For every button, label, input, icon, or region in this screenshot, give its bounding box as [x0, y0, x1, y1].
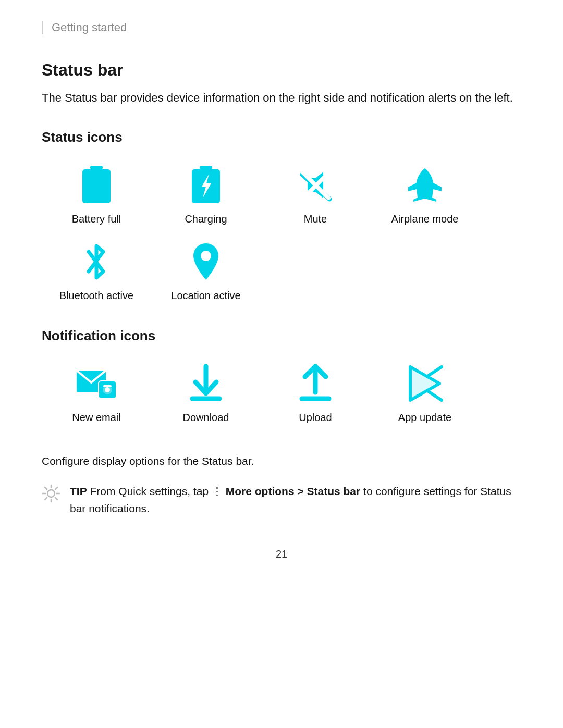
download-icon	[185, 363, 227, 404]
svg-rect-15	[103, 385, 112, 387]
airplane-icon	[404, 164, 446, 206]
page-number: 21	[42, 548, 521, 560]
status-icon-bluetooth: Bluetooth active	[42, 241, 151, 302]
svg-rect-0	[90, 166, 103, 169]
notif-icon-upload: Upload	[261, 363, 370, 424]
download-label: Download	[183, 412, 229, 424]
bluetooth-icon	[76, 241, 117, 282]
status-icons-grid: Battery full Charging	[42, 164, 521, 317]
breadcrumb: Getting started	[42, 21, 521, 34]
upload-label: Upload	[299, 412, 332, 424]
status-icon-charging: Charging	[151, 164, 261, 225]
mute-label: Mute	[304, 213, 327, 225]
status-icon-mute: Mute	[261, 164, 370, 225]
page-description: The Status bar provides device informati…	[42, 89, 521, 106]
notification-icons-section: Notification icons New email	[42, 328, 521, 436]
tip-content: TIP From Quick settings, tap ⋮ More opti…	[70, 483, 521, 517]
mute-icon	[295, 164, 336, 206]
battery-full-label: Battery full	[72, 213, 121, 225]
svg-line-21	[429, 392, 442, 400]
svg-point-10	[201, 251, 211, 261]
app-update-label: App update	[398, 412, 451, 424]
location-icon	[185, 241, 227, 282]
svg-line-20	[429, 367, 442, 375]
notif-icon-new-email: New email	[42, 363, 151, 424]
svg-point-22	[47, 490, 55, 497]
status-icons-heading: Status icons	[42, 129, 521, 145]
app-update-icon	[404, 363, 446, 404]
tip-box: TIP From Quick settings, tap ⋮ More opti…	[42, 483, 521, 517]
status-icon-airplane: Airplane mode	[370, 164, 480, 225]
bluetooth-label: Bluetooth active	[59, 290, 133, 302]
status-icon-location: Location active	[151, 241, 261, 302]
svg-line-30	[45, 498, 47, 500]
airplane-label: Airplane mode	[391, 213, 459, 225]
notif-icon-app-update: App update	[370, 363, 480, 424]
notif-icon-download: Download	[151, 363, 261, 424]
svg-line-29	[55, 487, 57, 489]
page-title: Status bar	[42, 60, 521, 80]
location-label: Location active	[171, 290, 240, 302]
configure-text: Configure display options for the Status…	[42, 455, 521, 467]
notification-icons-grid: New email Download Upload	[42, 363, 521, 436]
new-email-label: New email	[72, 412, 120, 424]
svg-line-28	[55, 498, 57, 500]
charging-icon	[185, 164, 227, 206]
notification-icons-heading: Notification icons	[42, 328, 521, 344]
tip-label: TIP	[70, 485, 87, 497]
upload-icon	[295, 363, 336, 404]
svg-rect-1	[82, 169, 111, 203]
svg-point-14	[105, 387, 110, 392]
new-email-icon	[76, 363, 117, 404]
charging-label: Charging	[185, 213, 227, 225]
battery-full-icon	[76, 164, 117, 206]
status-icon-battery-full: Battery full	[42, 164, 151, 225]
tip-sun-icon	[42, 484, 60, 508]
tip-text-before: From Quick settings, tap	[87, 485, 212, 497]
svg-rect-2	[200, 166, 212, 169]
tip-bold-text: More options > Status bar	[226, 485, 360, 497]
svg-line-27	[45, 487, 47, 489]
